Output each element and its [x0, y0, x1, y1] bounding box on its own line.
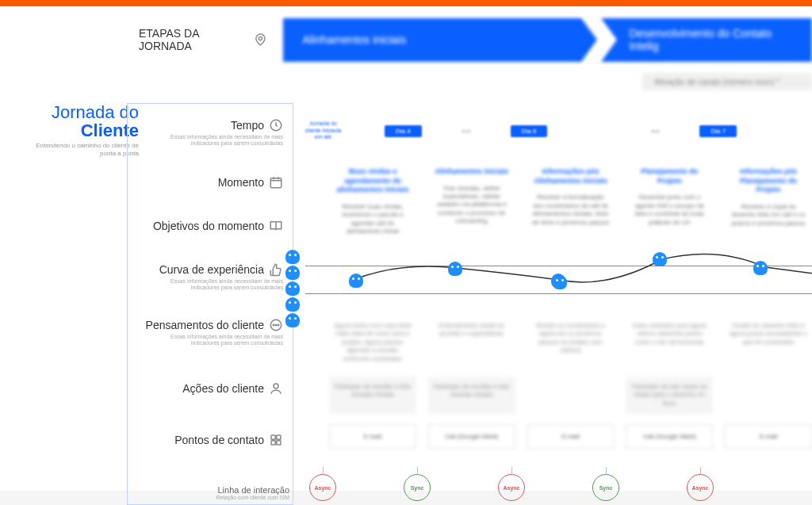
sync-badge: Async [687, 474, 714, 501]
person-icon [269, 381, 283, 396]
row-pontos: Pontos de contato [174, 433, 283, 447]
thought-card: Agora estou com uma ideia mais clara de … [329, 316, 416, 369]
moment-card: Planejamento do ProjetoDesenhar junto co… [626, 163, 713, 239]
sync-badge: Async [309, 474, 336, 501]
face-icon [285, 297, 300, 312]
svg-rect-9 [277, 435, 281, 439]
interaction-line-label: Linha de interação Relação com cliente c… [131, 485, 289, 500]
moment-card: Boas vindas e agendamento de alinhamento… [329, 163, 416, 239]
book-icon [269, 219, 283, 233]
speech-bubble-icon [269, 318, 283, 332]
title-subtitle: Entendendo o caminho do cliente de ponta… [24, 142, 139, 157]
thought-card: Gostei do desenho feito e agora posso ac… [725, 316, 812, 369]
row-pensamentos: Pensamentos do cliente Essas informações… [146, 318, 283, 347]
sync-async-row: Async Sync Async Sync Async [309, 474, 812, 501]
svg-rect-2 [270, 178, 282, 188]
time-intro: Jornada do cliente iniciada em até [301, 121, 345, 140]
touchpoint-card: Call (Google Meet) [428, 424, 515, 449]
face-icon [285, 266, 300, 280]
page-title: Jornada do Cliente Entendendo o caminho … [24, 103, 139, 157]
substage-bar: Ativação de canais (número novo) * [642, 73, 812, 90]
row-acoes: Ações do cliente [182, 381, 283, 396]
face-icon [285, 313, 300, 327]
curve-point [753, 261, 768, 275]
face-icon [285, 250, 300, 264]
curve-point [653, 252, 667, 266]
time-chip-3: Dia 7 [699, 125, 737, 137]
thought-card: Recebi os combinados e agora sei os próx… [527, 316, 615, 369]
clock-icon [269, 118, 283, 132]
time-chip-1: Dia 4 [385, 125, 422, 137]
curve-legend [285, 250, 300, 327]
svg-rect-8 [271, 435, 275, 439]
title-line-1: Jornada do [24, 103, 139, 121]
grid-icon [269, 433, 283, 447]
calendar-icon [269, 175, 283, 189]
top-orange-bar [0, 0, 812, 6]
thumbs-up-icon [269, 262, 283, 277]
stage-alinhamentos[interactable]: Alinhamentos iniciais [283, 18, 582, 62]
row-tempo: Tempo Essas informações ainda necessitam… [148, 118, 283, 147]
moment-card: Alinhamentos IniciaisTirar dúvidas, defi… [428, 163, 515, 239]
row-objetivos: Objetivos do momento [153, 219, 283, 233]
row-labels-column: Tempo Essas informações ainda necessitam… [127, 103, 293, 505]
touchpoint-card: Call (Google Meet) [626, 424, 713, 449]
moments-row: Boas vindas e agendamento de alinhamento… [329, 163, 812, 239]
touchpoint-card: E-mail [329, 424, 416, 449]
stages-title: ETAPAS DA JORNADA [139, 27, 247, 52]
location-pin-icon [254, 33, 267, 47]
journey-content: Jornada do cliente iniciada em até Dia 4… [301, 103, 812, 505]
experience-curve [289, 250, 812, 313]
time-chip-2: Dia 6 [511, 125, 548, 137]
time-row: Jornada do cliente iniciada em até Dia 4… [301, 119, 812, 143]
stages-header: ETAPAS DA JORNADA Alinhamentos iniciais … [139, 16, 812, 63]
svg-point-7 [274, 384, 278, 388]
action-card: Participar da reunião e tirar dúvidas in… [428, 377, 515, 414]
thought-card: Entendimento inicial do produto e expect… [428, 316, 515, 369]
row-momento: Momento [218, 175, 283, 189]
svg-point-0 [259, 37, 262, 40]
sync-badge: Sync [404, 474, 431, 501]
row-curva: Curva de experiência Essas informações a… [148, 262, 283, 292]
actions-row: Participar da reunião e tirar dúvidas in… [329, 377, 812, 414]
touchpoints-row: E-mail Call (Google Meet) E-mail Call (G… [329, 424, 812, 449]
thought-card: Estou animado pois agora vamos desenhar … [626, 316, 713, 369]
curve-point [349, 274, 363, 288]
svg-point-5 [275, 324, 277, 326]
moment-card: Informações pós Planejamento do ProjetoR… [725, 163, 812, 239]
svg-rect-11 [277, 441, 281, 445]
touchpoint-card: E-mail [725, 424, 812, 449]
curve-point [448, 262, 462, 276]
svg-point-6 [278, 324, 279, 326]
svg-point-4 [273, 324, 274, 326]
moment-card: Informações pós Alinhamentos IniciaisRec… [527, 163, 615, 239]
stage-desenvolvimento[interactable]: Desenvolvimento do Contato Intelig [601, 18, 812, 62]
action-card: Participar da call, trazer as ideias par… [626, 377, 713, 414]
face-icon [285, 281, 300, 296]
sync-badge: Async [498, 474, 525, 501]
title-line-2: Cliente [24, 121, 139, 140]
touchpoint-card: E-mail [527, 424, 615, 449]
thoughts-row: Agora estou com uma ideia mais clara de … [329, 316, 812, 369]
svg-rect-10 [271, 441, 275, 445]
sync-badge: Sync [592, 474, 619, 501]
curve-point [553, 275, 567, 289]
action-card: Participar da reunião e tirar dúvidas in… [329, 377, 416, 414]
